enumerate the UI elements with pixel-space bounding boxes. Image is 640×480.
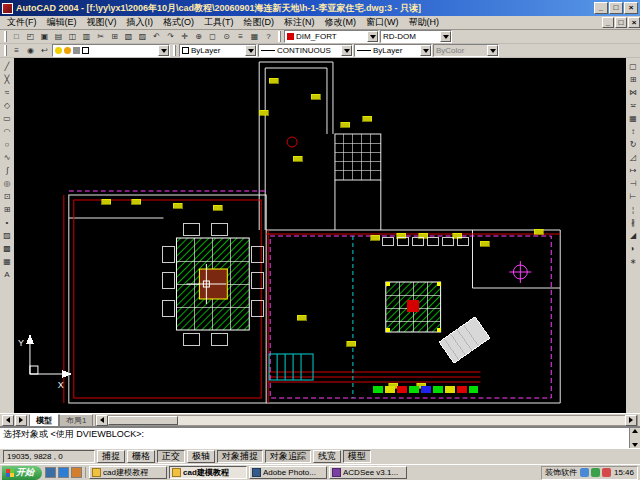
status-toggle[interactable]: 极轴 [187,450,215,463]
table-icon[interactable]: ▦ [1,255,14,268]
break-icon[interactable]: ∦ [627,216,640,229]
menu-item[interactable]: 插入(I) [122,16,159,29]
undo-icon[interactable]: ↶ [150,30,163,43]
tab-nav-next-button[interactable] [15,415,27,426]
qnew-icon[interactable]: □ [10,30,23,43]
menu-item[interactable]: 绘图(D) [239,16,280,29]
line-icon[interactable]: ╱ [1,60,14,73]
maximize-button[interactable]: □ [609,2,623,14]
fillet-icon[interactable]: ◗ [627,242,640,255]
cut-icon[interactable]: ✂ [94,30,107,43]
scroll-left-icon[interactable] [96,415,108,426]
scale-icon[interactable]: ◿ [627,151,640,164]
close-button[interactable]: × [624,2,638,14]
status-toggle[interactable]: 捕捉 [97,450,125,463]
point-icon[interactable]: • [1,216,14,229]
doc-minimize-button[interactable]: _ [602,17,614,28]
move-icon[interactable]: ↕ [627,125,640,138]
status-toggle[interactable]: 对象追踪 [265,450,311,463]
menu-item[interactable]: 修改(M) [320,16,362,29]
doc-close-button[interactable]: × [628,17,640,28]
menu-item[interactable]: 帮助(H) [404,16,445,29]
zoom-previous-icon[interactable]: ⊙ [220,30,233,43]
chevron-down-icon[interactable] [440,31,451,42]
menu-item[interactable]: 编辑(E) [42,16,82,29]
drawing-canvas[interactable]: Y X [14,58,626,413]
menu-item[interactable]: 工具(T) [199,16,239,29]
layer-combo[interactable] [52,44,170,57]
toolbar-grip[interactable] [278,31,281,42]
revision-cloud-icon[interactable]: ∿ [1,151,14,164]
toolbar-grip[interactable] [173,45,176,56]
copy-object-icon[interactable]: ⊞ [627,73,640,86]
volume-icon[interactable] [580,468,589,477]
help-icon[interactable]: ? [262,30,275,43]
status-toggle[interactable]: 线宽 [313,450,341,463]
status-toggle[interactable]: 模型 [343,450,371,463]
messenger-icon[interactable] [602,468,611,477]
extend-icon[interactable]: ⊢ [627,190,640,203]
taskbar-task[interactable]: ACDSee v3.1... [329,466,407,479]
plot-preview-icon[interactable]: ◫ [66,30,79,43]
copy-clip-icon[interactable]: ⊞ [108,30,121,43]
command-window[interactable]: 选择对象或 <使用 DVIEWBLOCK>: [0,426,640,448]
designcenter-icon[interactable]: ▦ [248,30,261,43]
layer-previous-icon[interactable]: ↩ [38,44,51,57]
insert-block-icon[interactable]: ⊡ [1,190,14,203]
trim-icon[interactable]: ⊣ [627,177,640,190]
chevron-down-icon[interactable] [341,45,352,56]
text-style-combo[interactable]: RD-DOM [380,30,452,43]
rotate-icon[interactable]: ↻ [627,138,640,151]
taskbar-task[interactable]: cad建模教程 [89,466,167,479]
doc-restore-button[interactable]: □ [615,17,627,28]
make-object-layer-current-icon[interactable]: ◉ [24,44,37,57]
command-scrollbar[interactable] [629,428,640,448]
color-combo[interactable]: ByLayer [179,44,257,57]
menu-item[interactable]: 标注(N) [279,16,320,29]
multiline-text-icon[interactable]: A [1,268,14,281]
antivirus-icon[interactable] [591,468,600,477]
erase-icon[interactable]: ▢ [627,60,640,73]
scroll-right-icon[interactable] [625,415,637,426]
stretch-icon[interactable]: ↦ [627,164,640,177]
plot-icon[interactable]: ▤ [52,30,65,43]
tab-nav-prev-button[interactable] [2,415,14,426]
properties-icon[interactable]: ≡ [234,30,247,43]
paste-icon[interactable]: ▧ [122,30,135,43]
match-properties-icon[interactable]: ▨ [136,30,149,43]
zoom-window-icon[interactable]: ◻ [206,30,219,43]
construction-line-icon[interactable]: ╳ [1,73,14,86]
show-desktop-icon[interactable] [45,467,56,478]
spline-icon[interactable]: ∫ [1,164,14,177]
redo-icon[interactable]: ↷ [164,30,177,43]
menu-item[interactable]: 视图(V) [82,16,122,29]
polyline-icon[interactable]: ≈ [1,86,14,99]
zoom-realtime-icon[interactable]: ⊕ [192,30,205,43]
menu-item[interactable]: 格式(O) [158,16,199,29]
tray-toolbar-label[interactable]: 装饰软件 [545,467,577,478]
rectangle-icon[interactable]: ▭ [1,112,14,125]
chevron-down-icon[interactable] [420,45,431,56]
chevron-down-icon[interactable] [367,31,378,42]
toolbar-grip[interactable] [4,45,7,56]
mirror-icon[interactable]: ⋈ [627,86,640,99]
publish-icon[interactable]: ▥ [80,30,93,43]
media-player-icon[interactable] [71,467,82,478]
menu-item[interactable]: 文件(F) [2,16,42,29]
chamfer-icon[interactable]: ◢ [627,229,640,242]
linetype-combo[interactable]: CONTINUOUS [258,44,353,57]
ellipse-icon[interactable]: ◎ [1,177,14,190]
array-icon[interactable]: ▦ [627,112,640,125]
save-icon[interactable]: ▣ [38,30,51,43]
status-toggle[interactable]: 栅格 [127,450,155,463]
explode-icon[interactable]: ∗ [627,255,640,268]
hatch-icon[interactable]: ▨ [1,229,14,242]
make-block-icon[interactable]: ⊞ [1,203,14,216]
minimize-button[interactable]: _ [594,2,608,14]
lineweight-combo[interactable]: ByLayer [354,44,432,57]
scrollbar-thumb[interactable] [108,416,178,425]
break-at-point-icon[interactable]: ¦ [627,203,640,216]
open-icon[interactable]: ◰ [24,30,37,43]
chevron-down-icon[interactable] [245,45,256,56]
start-button[interactable]: 开始 [2,466,42,480]
